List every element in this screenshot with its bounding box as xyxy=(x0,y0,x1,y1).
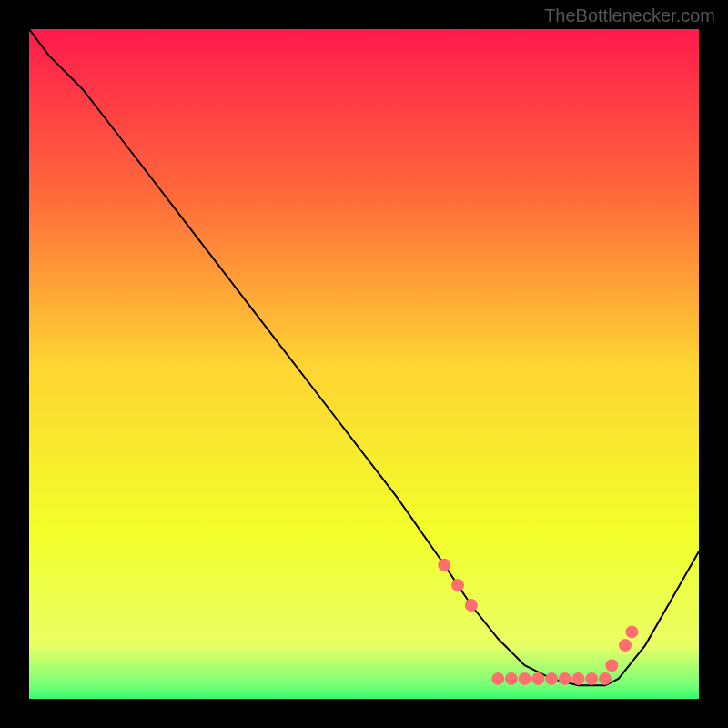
plot-area xyxy=(29,29,699,699)
data-point xyxy=(585,672,598,685)
data-point xyxy=(605,659,618,672)
data-point xyxy=(572,672,585,685)
data-point xyxy=(505,672,518,685)
data-point xyxy=(559,672,571,685)
gradient-background xyxy=(29,29,699,699)
data-point xyxy=(451,579,464,592)
watermark-text: TheBottlenecker.com xyxy=(544,5,715,26)
data-point xyxy=(465,599,478,612)
chart-container: TheBottlenecker.com xyxy=(0,0,728,728)
data-point xyxy=(625,625,638,638)
data-point xyxy=(519,672,531,685)
data-point xyxy=(599,672,612,685)
data-point xyxy=(545,672,558,685)
data-point xyxy=(491,672,504,685)
data-point xyxy=(438,559,450,571)
chart-svg xyxy=(29,29,699,699)
data-point xyxy=(531,672,544,685)
data-point xyxy=(619,639,632,652)
